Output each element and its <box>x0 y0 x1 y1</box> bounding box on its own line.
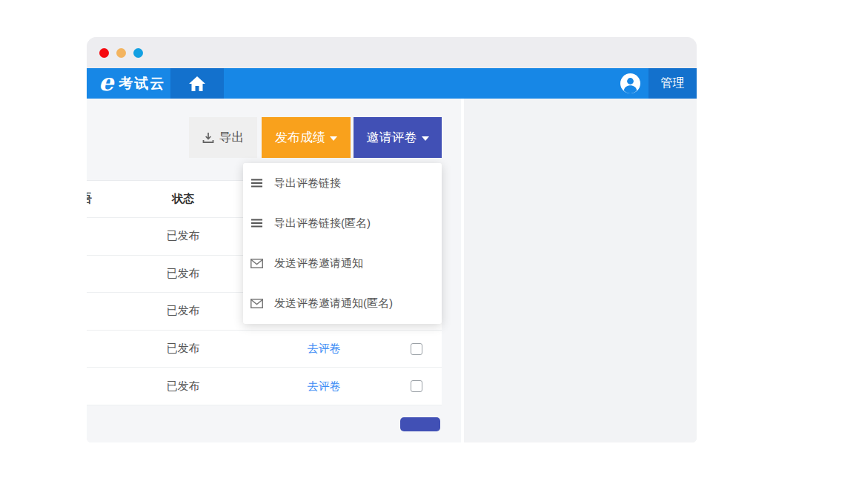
menu-item-label: 导出评卷链接(匿名) <box>274 216 371 231</box>
publish-scores-button[interactable]: 发布成绩 <box>262 117 351 158</box>
status-column-header: 状态 <box>127 181 239 217</box>
go-grade-link[interactable]: 去评卷 <box>308 342 341 356</box>
status-value: 已发布 <box>127 368 239 405</box>
menu-item-label: 导出评卷链接 <box>274 176 341 190</box>
home-tab[interactable] <box>170 68 224 99</box>
app-title: 考试云 <box>119 74 165 93</box>
mail-icon <box>251 259 263 268</box>
export-button[interactable]: 导出 <box>189 117 257 158</box>
status-value: 已发布 <box>127 218 239 255</box>
mail-icon <box>251 299 263 308</box>
status-value: 已发布 <box>127 256 239 293</box>
invite-grading-button[interactable]: 邀请评卷 <box>354 117 442 158</box>
logo-e-icon: e <box>99 70 113 94</box>
page-canvas: e 考试云 管理 <box>0 0 856 504</box>
list-icon <box>251 219 263 228</box>
action-cell: 去评卷 <box>272 331 376 368</box>
invite-label: 邀请评卷 <box>367 129 417 146</box>
table-row: 已发布 去评卷 <box>87 331 442 368</box>
caret-down-icon <box>330 136 337 141</box>
menu-item-label: 发送评卷邀请通知(匿名) <box>274 296 393 311</box>
app-header: e 考试云 管理 <box>87 68 697 99</box>
home-icon <box>188 76 206 92</box>
main-content: 导出 发布成绩 邀请评卷 语 状态 <box>87 99 697 442</box>
menu-item-export-link[interactable]: 导出评卷链接 <box>243 163 442 203</box>
invite-grading-dropdown: 导出评卷链接 导出评卷链接(匿名) <box>243 163 442 324</box>
admin-label: 管理 <box>661 76 685 91</box>
user-avatar[interactable] <box>620 73 640 93</box>
download-icon <box>202 132 214 144</box>
app-logo: e 考试云 <box>99 68 165 99</box>
window-titlebar <box>87 37 697 68</box>
go-grade-link[interactable]: 去评卷 <box>308 379 341 394</box>
clipped-column-header: 语 <box>87 181 93 217</box>
action-cell: 去评卷 <box>272 368 376 405</box>
list-icon <box>251 179 263 188</box>
close-window-dot[interactable] <box>99 48 109 58</box>
maximize-window-dot[interactable] <box>133 48 143 58</box>
export-label: 导出 <box>219 129 245 146</box>
status-value: 已发布 <box>127 331 239 368</box>
right-panel <box>464 99 697 442</box>
row-checkbox[interactable] <box>411 343 422 355</box>
row-checkbox[interactable] <box>411 380 422 392</box>
menu-item-export-link-anonymous[interactable]: 导出评卷链接(匿名) <box>243 203 442 243</box>
pagination-button-partial[interactable] <box>400 417 440 431</box>
status-value: 已发布 <box>127 293 239 330</box>
menu-item-send-invite[interactable]: 发送评卷邀请通知 <box>243 244 442 284</box>
menu-item-label: 发送评卷邀请通知 <box>274 256 363 271</box>
caret-down-icon <box>422 136 429 141</box>
publish-label: 发布成绩 <box>275 129 325 146</box>
table-row: 已发布 去评卷 <box>87 368 442 405</box>
minimize-window-dot[interactable] <box>116 48 126 58</box>
browser-window: e 考试云 管理 <box>87 37 697 442</box>
menu-item-send-invite-anonymous[interactable]: 发送评卷邀请通知(匿名) <box>243 284 442 324</box>
admin-menu[interactable]: 管理 <box>648 68 697 99</box>
